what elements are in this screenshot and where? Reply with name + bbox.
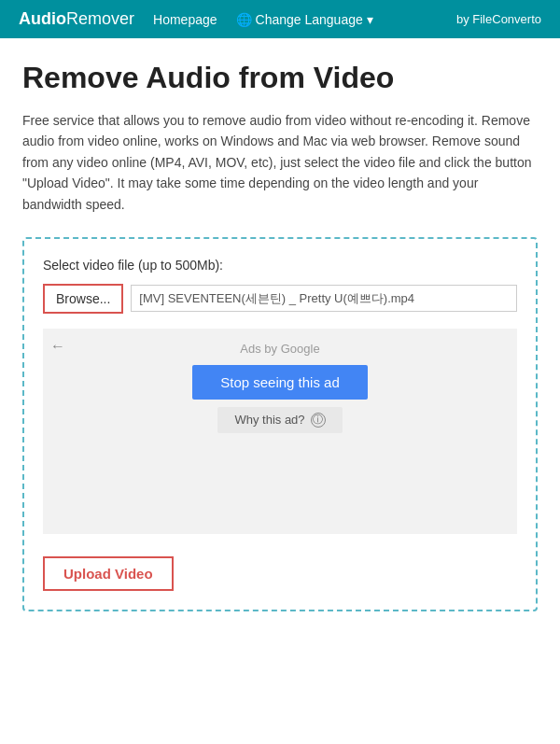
upload-video-button[interactable]: Upload Video: [43, 556, 174, 591]
select-label: Select video file (up to 500Mb):: [43, 258, 517, 273]
header-by: by FileConverto: [456, 12, 541, 26]
stop-ad-button[interactable]: Stop seeing this ad: [192, 365, 368, 400]
why-ad-row[interactable]: Why this ad? ⓘ: [217, 407, 342, 433]
globe-icon: 🌐: [236, 12, 252, 27]
ad-container: ← Ads by Google Stop seeing this ad Why …: [43, 329, 517, 534]
why-ad-label: Why this ad?: [234, 413, 304, 427]
ads-by-google: Ads by Google: [240, 342, 319, 356]
file-input-row: Browse...: [43, 284, 517, 314]
logo-regular: Remover: [66, 9, 134, 28]
description-text: Free service that allows you to remove a…: [22, 110, 538, 215]
header: AudioRemover Homepage 🌐 Change Language …: [0, 0, 560, 38]
site-logo: AudioRemover: [19, 9, 134, 29]
ad-back-arrow[interactable]: ←: [50, 338, 65, 355]
chevron-down-icon: ▾: [367, 12, 373, 27]
upload-box: Select video file (up to 500Mb): Browse.…: [22, 237, 538, 611]
page-title: Remove Audio from Video: [22, 61, 538, 95]
logo-bold: Audio: [19, 9, 66, 28]
nav-change-language[interactable]: 🌐 Change Language ▾: [236, 12, 373, 27]
header-nav: Homepage 🌐 Change Language ▾: [153, 12, 438, 27]
file-name-input[interactable]: [131, 285, 517, 312]
nav-change-language-label: Change Language: [256, 12, 363, 27]
nav-homepage[interactable]: Homepage: [153, 12, 217, 27]
info-icon: ⓘ: [311, 413, 326, 428]
browse-button[interactable]: Browse...: [43, 284, 123, 314]
main-content: Remove Audio from Video Free service tha…: [0, 38, 560, 630]
